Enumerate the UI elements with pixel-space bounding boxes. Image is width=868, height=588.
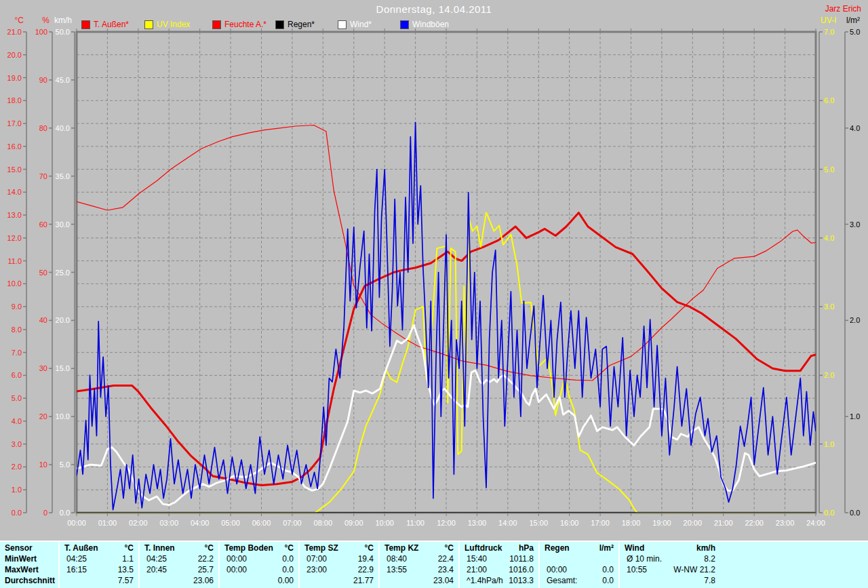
sensor-unit: °C [205,543,214,553]
axis-tick-label: 20.0 [7,51,22,59]
table-row: 04:2522.2 [140,553,218,564]
table-row: Durchschnitt [0,575,58,586]
x-tick-label: 09:00 [344,519,363,527]
axis-tick-label: 2.0 [824,371,834,379]
table-row [540,553,618,564]
value-time: 04:25 [146,553,167,564]
value-number: 22.9 [358,564,374,575]
table-group-tempboden: Temp Boden°C00:000.000:000.00.00 [218,542,298,588]
axis-tick-label: 13.0 [7,211,22,219]
axis-tick-label: 5.0 [60,460,70,469]
value-time: 00:00 [226,564,247,575]
value-number: 0.0 [282,564,294,575]
axis-tick-label: 9.0 [12,302,22,311]
table-row: 15:401011.8 [460,553,538,564]
axis-tick-label: 3.0 [850,220,860,229]
value-time: 00:00 [547,564,567,575]
table-row: Sensor [0,543,58,553]
value-time: 00:00 [226,553,247,564]
sensor-name: T. Außen [64,543,98,553]
value-number: 1013.3 [509,575,534,586]
table-row: ^1.4hPa/h1013.3 [460,575,538,586]
row-label: MaxWert [5,564,39,575]
axis-tick-label: 4.0 [824,234,834,242]
axis-tick-label: 60 [39,220,47,229]
table-group-tempkz: Temp KZ°C08:4022.413:5523.423.04 [378,542,458,588]
axis-tick-label: 2.0 [850,316,860,324]
table-row: 08:4022.4 [380,553,458,564]
x-tick-label: 13:00 [468,519,487,527]
table-rowlabel-column: SensorMinWertMaxWertDurchschnitt [0,542,58,588]
axis-tick-label: 10.0 [56,412,70,420]
axis-uv: 0.01.02.03.04.05.06.07.0UV-I [819,16,836,517]
sensor-name: Wind [625,543,644,553]
weather-app-window: { "header": { "title": "Donnerstag, 14.0… [0,0,868,588]
sensor-unit: °C [365,543,374,553]
value-number: 23.04 [433,575,454,586]
axis-tick-label: 14.0 [7,188,22,196]
axis-tick-label: 100 [35,28,47,36]
axis-tick-label: 25.0 [56,269,70,277]
table-row: MaxWert [0,564,58,575]
table-row: 10:55W-NW 21.2 [620,564,720,575]
sensor-name: Temp SZ [304,543,338,553]
axis-tick-label: 40.0 [56,124,70,132]
axis-tick-label: 1.0 [824,440,834,448]
weather-chart: 0.01.02.03.04.05.06.07.08.09.010.011.012… [0,0,868,539]
table-group-tauen: T. Außen°C04:251.116:1513.57.57 [58,542,138,588]
axis-tick-label: 0.0 [824,509,834,517]
table-group-wind: Windkm/hØ 10 min.8.210:55W-NW 21.27.8 [618,542,720,588]
table-row: 23:0022.9 [300,564,378,575]
axis-wind: 0.05.010.015.020.025.030.035.040.045.050… [54,16,75,517]
axis-tick-label: 6.0 [12,371,22,379]
axis-tick-label: 5.0 [12,394,22,402]
x-tick-label: 21:00 [714,519,733,527]
table-row: Gesamt:0.0 [540,575,618,586]
sensor-name: Temp Boden [224,543,273,553]
axis-tick-label: 17.0 [7,119,22,128]
chart-area: 0.01.02.03.04.05.06.07.08.09.010.011.012… [0,0,868,542]
x-tick-label: 03:00 [159,519,178,527]
table-row: 16:1513.5 [60,564,138,575]
sensor-unit: °C [285,543,294,553]
row-label: MinWert [5,553,37,564]
x-tick-label: 00:00 [67,519,86,527]
x-tick-label: 08:00 [314,519,333,527]
value-number: 13.5 [118,564,134,575]
axis-tick-label: 6.0 [824,96,834,104]
sensor-name: Regen [545,543,570,553]
x-tick-label: 15:00 [529,519,548,527]
row-label: Sensor [5,543,33,553]
axis-tick-label: 16.0 [7,142,22,151]
value-time: 08:40 [387,553,407,564]
table-row: Windkm/h [620,543,720,553]
axis-tick-label: 4.0 [12,417,22,425]
value-time: 16:15 [66,564,87,575]
value-number: 21.77 [353,575,374,586]
value-time: 20:45 [146,564,167,575]
value-number: 1016.0 [509,564,534,575]
axis-tick-label: 7.0 [12,349,22,357]
axis-tick-label: 7.0 [824,28,834,36]
table-row: 21:001016.0 [460,564,538,575]
sensor-name: Temp KZ [384,543,418,553]
value-number: 19.4 [358,553,374,564]
x-tick-label: 01:00 [98,519,117,527]
axis-tick-label: 80 [39,124,47,132]
value-time: 04:25 [66,553,87,564]
value-time: 21:00 [467,564,487,575]
table-row: 0.00 [220,575,298,586]
axis-tick-label: 4.0 [850,124,860,132]
value-time: 10:55 [627,564,647,575]
x-tick-label: 05:00 [221,519,240,527]
axis-tick-label: 35.0 [56,172,70,180]
table-row: T. Innen°C [140,543,218,553]
sensor-unit: °C [445,543,454,553]
value-time: 15:40 [467,553,487,564]
axis-tick-label: 8.0 [12,326,22,334]
value-time: Ø 10 min. [627,553,662,564]
axis-rain: 0.01.02.03.04.05.0l/m² [845,16,860,517]
axis-unit-label: °C [15,16,24,25]
axis-unit-label: l/m² [846,16,860,25]
table-row: 7.8 [620,575,720,586]
